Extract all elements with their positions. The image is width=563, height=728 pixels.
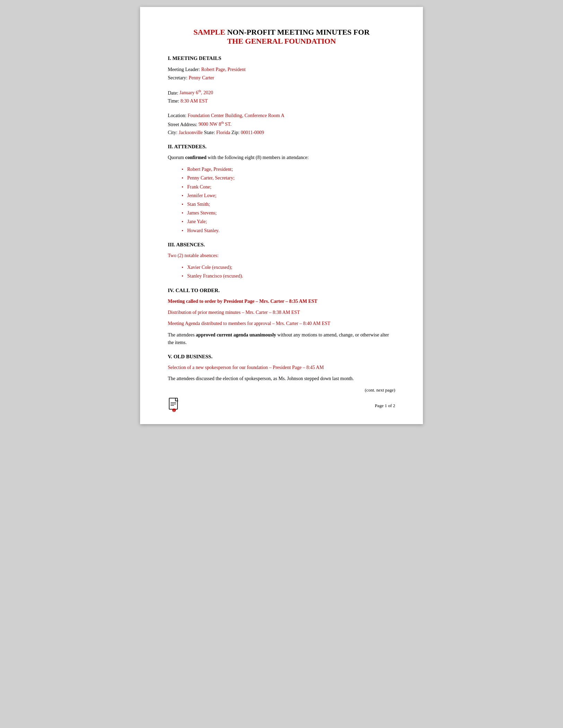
quorum-suffix: with the following eight (8) members in … (207, 155, 309, 160)
absences-list: Xavier Cole (excused); Stanley Francisco… (182, 263, 395, 280)
attendees-list: Robert Page, President; Penny Carter, Se… (182, 165, 395, 235)
call-item4-prefix: The attendees (168, 332, 196, 337)
call-item4: The attendees approved current agenda un… (168, 331, 395, 347)
page-footer: e Page 1 of 2 (140, 398, 423, 414)
location-label: Location: (168, 113, 188, 118)
time-value: 8:30 AM EST (180, 98, 208, 104)
quorum-bold: confirmed (185, 155, 206, 160)
location-line: Location: Foundation Center Building, Co… (168, 112, 395, 120)
title-line1: SAMPLE NON-PROFIT MEETING MINUTES FOR (168, 28, 395, 37)
footer-icon: e (168, 398, 180, 414)
list-item: Jane Yale; (182, 217, 395, 226)
document-icon: e (168, 398, 180, 412)
list-item: Xavier Cole (excused); (182, 263, 395, 272)
footer-page-number: Page 1 of 2 (375, 403, 395, 409)
absences-intro: Two (2) notable absences: (168, 252, 395, 260)
section-heading-absences: III. ABSENCES. (168, 242, 395, 248)
time-label: Time: (168, 98, 180, 104)
old-business-item2: The attendees discussed the election of … (168, 375, 395, 383)
section-old-business: V. OLD BUSINESS. Selection of a new spok… (168, 354, 395, 383)
list-item: Stan Smith; (182, 200, 395, 209)
leader-value: Robert Page, President (201, 67, 245, 72)
call-item2: Distribution of prior meeting minutes – … (168, 309, 395, 316)
call-item3: Meeting Agenda distributed to members fo… (168, 320, 395, 327)
secretary-label: Secretary: (168, 75, 189, 80)
street-line: Street Address: 9000 NW 8th ST. (168, 120, 395, 129)
list-item: James Stevens; (182, 209, 395, 217)
time-line: Time: 8:30 AM EST (168, 97, 395, 105)
section-heading-old-business: V. OLD BUSINESS. (168, 354, 395, 360)
list-item: Stanley Francisco (excused). (182, 272, 395, 280)
street-label: Street Address: (168, 122, 199, 127)
zip-value: 00011-0009 (241, 130, 264, 135)
date-value: January 6th, 2020 (180, 90, 213, 95)
section-heading-call-to-order: IV. CALL TO ORDER. (168, 288, 395, 293)
call-item1: Meeting called to order by President Pag… (168, 298, 395, 305)
list-item: Howard Stanley. (182, 226, 395, 235)
quorum-prefix: Quorum (168, 155, 185, 160)
state-value: Florida (216, 130, 230, 135)
section-heading-meeting-details: I. MEETING DETAILS (168, 55, 395, 61)
date-label: Date: (168, 90, 180, 95)
leader-label: Meeting Leader: (168, 67, 201, 72)
page-title: SAMPLE NON-PROFIT MEETING MINUTES FOR TH… (168, 28, 395, 46)
svg-text:e: e (173, 409, 175, 412)
title-sample: SAMPLE (193, 28, 225, 36)
date-line: Date: January 6th, 2020 (168, 88, 395, 97)
list-item: Frank Cone; (182, 183, 395, 191)
city-value: Jacksonville (179, 130, 203, 135)
location-value: Foundation Center Building, Conference R… (188, 113, 284, 118)
list-item: Penny Carter, Secretary; (182, 174, 395, 182)
list-item: Jennifer Lowe; (182, 191, 395, 200)
city-label: City: (168, 130, 179, 135)
meeting-leader-line: Meeting Leader: Robert Page, President (168, 65, 395, 74)
quorum-text: Quorum confirmed with the following eigh… (168, 154, 395, 161)
document-page: SAMPLE NON-PROFIT MEETING MINUTES FOR TH… (140, 7, 423, 424)
list-item: Robert Page, President; (182, 165, 395, 174)
state-label: State: (203, 130, 216, 135)
section-heading-attendees: II. ATTENDEES. (168, 144, 395, 150)
secretary-line: Secretary: Penny Carter (168, 74, 395, 82)
call-item4-bold: approved current agenda unanimously (196, 332, 276, 337)
title-line2: THE GENERAL FOUNDATION (168, 37, 395, 46)
old-business-item1: Selection of a new spokesperson for our … (168, 364, 395, 371)
title-line1-suffix: NON-PROFIT MEETING MINUTES FOR (225, 28, 370, 36)
svg-rect-0 (169, 398, 177, 409)
section-meeting-details: I. MEETING DETAILS Meeting Leader: Rober… (168, 55, 395, 137)
cont-next-label: (cont. next page) (168, 387, 395, 393)
section-absences: III. ABSENCES. Two (2) notable absences:… (168, 242, 395, 281)
section-call-to-order: IV. CALL TO ORDER. Meeting called to ord… (168, 288, 395, 347)
street-value: 9000 NW 8th ST. (199, 122, 232, 127)
section-attendees: II. ATTENDEES. Quorum confirmed with the… (168, 144, 395, 235)
city-state-zip-line: City: Jacksonville State: Florida Zip: 0… (168, 129, 395, 137)
secretary-value: Penny Carter (189, 75, 214, 80)
zip-label: Zip: (230, 130, 241, 135)
